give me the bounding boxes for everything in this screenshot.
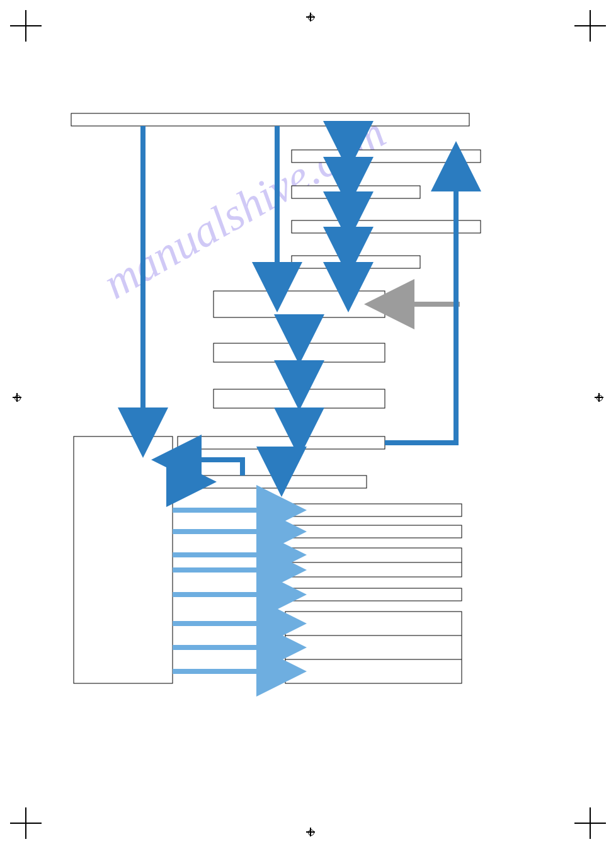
flowchart-node (178, 436, 385, 449)
flowchart-node (292, 220, 481, 233)
flowchart-node (214, 389, 385, 408)
flowchart-node (292, 150, 481, 162)
flowchart-output-node (285, 525, 462, 538)
flowchart-node (195, 476, 367, 488)
flowchart-output-node (285, 504, 462, 516)
flowchart-node (214, 291, 385, 317)
document-page: manualshive.com (0, 0, 616, 849)
flowchart-node (214, 343, 385, 362)
flowchart-output-node (285, 612, 462, 683)
flowchart-node (292, 186, 420, 198)
flowchart-svg (0, 0, 616, 849)
flowchart-output-node (285, 588, 462, 601)
flowchart-arrow (176, 460, 242, 476)
flowchart-sidebar-node (74, 436, 173, 683)
flowchart-node (292, 256, 420, 268)
flowchart-node (71, 113, 469, 126)
